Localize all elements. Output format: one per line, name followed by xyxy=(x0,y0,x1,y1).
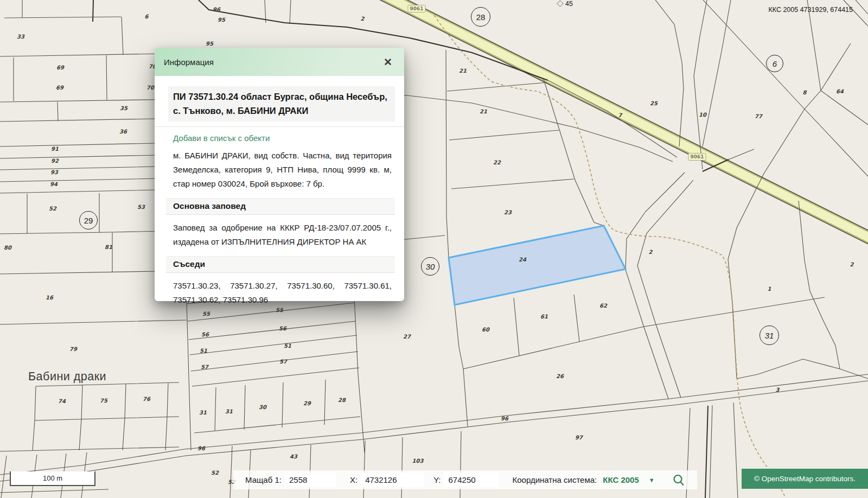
map-lines-layer xyxy=(0,0,868,498)
crs-label: Координатна система: xyxy=(513,475,597,484)
parcel-number-label: 56 xyxy=(201,331,209,337)
scale-bar-label: 100 m xyxy=(43,474,62,482)
diamond-icon xyxy=(557,0,564,7)
parcel-group-marker: 6 xyxy=(766,55,783,72)
parcel-number-label: 95 xyxy=(206,41,213,47)
road-number-label: 9061 xyxy=(407,5,425,12)
parcel-number-label: 56 xyxy=(279,325,286,331)
parcel-number-label: 21 xyxy=(480,108,487,114)
search-button[interactable] xyxy=(669,473,688,487)
osm-attribution: © OpenStreetMap contributors. xyxy=(742,469,868,489)
parcel-number-label: 3 xyxy=(776,387,780,393)
parcel-number-label: 2 xyxy=(850,261,854,267)
parcel-number-label: 1 xyxy=(768,286,771,292)
parcel-number-label: 80 xyxy=(4,245,11,251)
parcel-number-label: 10 xyxy=(699,112,706,118)
parcel-number-label: 70 xyxy=(146,85,154,91)
parcel-number-label: 96 xyxy=(213,7,220,12)
x-coordinate-input[interactable] xyxy=(361,473,424,487)
chevron-down-icon[interactable]: ▼ xyxy=(647,476,657,484)
section-main-order-title: Основна заповед xyxy=(166,198,395,215)
parcel-number-label: 57 xyxy=(279,359,287,365)
parcel-number-label: 35 xyxy=(120,105,127,111)
parcel-number-label: 81 xyxy=(105,244,112,250)
scale-bar: 100 m xyxy=(10,471,95,486)
parcel-number-label: 27 xyxy=(403,334,411,340)
parcel-number-label: 62 xyxy=(599,303,607,309)
section-neighbours-title: Съседи xyxy=(166,256,395,273)
parcel-number-label: 30 xyxy=(259,404,266,410)
parcel-number-label: 2 xyxy=(361,16,365,22)
y-coordinate-input[interactable] xyxy=(444,473,499,487)
parcel-number-label: 76 xyxy=(143,396,150,402)
parcel-number-label: 92 xyxy=(51,158,59,164)
parcel-number-label: 31 xyxy=(199,410,207,416)
crs-selected-value[interactable]: ККС 2005 xyxy=(603,475,639,484)
parcel-number-label: 6 xyxy=(145,14,149,20)
parcel-description: м. БАБИНИ ДРАКИ, вид собств. Частна, вид… xyxy=(173,149,392,191)
parcel-number-label: 94 xyxy=(50,181,58,187)
parcel-heading: ПИ 73571.30.24 област Бургас, община Нес… xyxy=(168,86,395,122)
divider xyxy=(155,126,404,127)
parcel-number-label: 36 xyxy=(119,129,127,135)
point-marker-label: 45 xyxy=(565,0,573,8)
parcel-number-label: 28 xyxy=(338,397,346,403)
parcel-number-label: 79 xyxy=(69,346,77,352)
parcel-number-label: 96 xyxy=(501,416,508,422)
parcel-number-label: 52 xyxy=(211,470,219,476)
search-icon xyxy=(672,474,685,487)
scale-input[interactable] xyxy=(285,473,336,487)
parcel-number-label: 51 xyxy=(200,348,207,354)
neighbours-text: 73571.30.23, 73571.30.27, 73571.30.60, 7… xyxy=(173,279,392,307)
parcel-number-label: 23 xyxy=(504,209,512,215)
place-name-label: Бабини драки xyxy=(28,370,106,384)
crs-cursor-coords: ККС 2005 4731929, 674415 xyxy=(768,6,853,14)
map-canvas[interactable]: 3369706970353691929394525380811679747576… xyxy=(0,0,868,498)
parcel-number-label: 31 xyxy=(225,408,233,414)
parcel-number-label: 77 xyxy=(755,113,762,119)
parcel-number-label: 95 xyxy=(218,17,225,23)
parcel-number-label: 16 xyxy=(46,295,53,301)
parcel-number-label: 24 xyxy=(519,257,526,263)
popup-body: ПИ 73571.30.24 област Бургас, община Нес… xyxy=(155,76,404,307)
parcel-number-label: 7 xyxy=(618,112,622,118)
parcel-number-label: 93 xyxy=(50,169,58,175)
parcel-number-label: 60 xyxy=(482,327,489,333)
parcel-number-label: 96 xyxy=(197,445,205,451)
main-order-text: Заповед за одобрение на КККР РД-18-23/07… xyxy=(173,221,392,249)
road xyxy=(374,0,868,248)
parcel-group-marker: 31 xyxy=(760,325,779,345)
parcel-number-label: 43 xyxy=(290,454,297,459)
parcel-number-label: 69 xyxy=(56,65,64,71)
parcel-number-label: 55 xyxy=(276,307,283,313)
parcel-number-label: 8 xyxy=(803,90,807,95)
parcel-number-label: 52 xyxy=(49,206,56,212)
parcel-number-label: 64 xyxy=(836,88,844,94)
parcel-number-label: 91 xyxy=(51,146,59,152)
parcel-number-label: 2 xyxy=(649,249,653,255)
selected-parcel[interactable] xyxy=(449,226,626,305)
parcel-number-label: 29 xyxy=(303,400,311,406)
parcel-number-label: 53 xyxy=(137,204,145,210)
parcel-number-label: 69 xyxy=(56,85,63,91)
parcel-number-label: 74 xyxy=(58,398,66,404)
parcel-number-label: 55 xyxy=(202,311,210,317)
status-bar: Мащаб 1: X: Y: Координатна система: ККС … xyxy=(233,470,697,489)
parcel-group-marker: 28 xyxy=(471,7,490,27)
attribution-text: © OpenStreetMap contributors. xyxy=(754,475,856,483)
x-coordinate-label: X: xyxy=(350,475,358,484)
popup-title: Информация xyxy=(164,58,214,67)
add-to-object-list-link[interactable]: Добави в списък с обекти xyxy=(173,133,391,143)
parcel-number-label: 22 xyxy=(493,159,501,165)
parcel-number-label: 33 xyxy=(17,34,24,40)
point-marker-45: 45 xyxy=(558,0,573,8)
parcel-number-label: 57 xyxy=(201,364,208,370)
parcel-number-label: 61 xyxy=(540,314,548,320)
parcel-group-marker: 30 xyxy=(421,257,439,276)
parcel-number-label: 21 xyxy=(459,68,467,74)
parcel-number-label: 51 xyxy=(284,343,291,349)
parcel-number-label: 97 xyxy=(575,435,583,440)
parcel-number-label: 25 xyxy=(650,100,658,106)
road-number-label: 9061 xyxy=(688,153,706,161)
close-icon[interactable]: ✕ xyxy=(381,56,394,68)
